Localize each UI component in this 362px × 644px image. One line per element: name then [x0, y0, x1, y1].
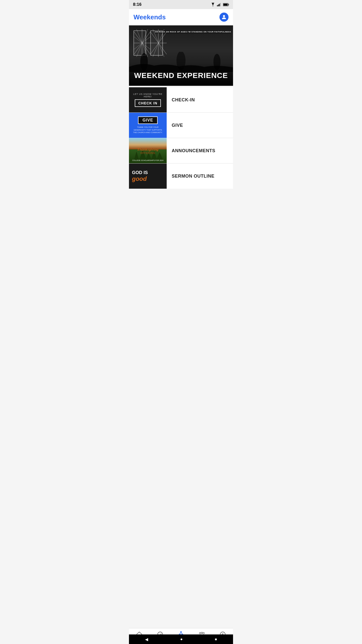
menu-list: LET US KNOW YOU'RE HERE! CHECK IN CHECK-…	[129, 87, 233, 189]
svg-rect-2	[218, 5, 219, 6]
give-thumbnail-main: GIVE	[138, 116, 158, 124]
svg-point-0	[213, 6, 213, 6]
svg-rect-6	[229, 4, 229, 5]
thanksgiving-subtitle: COLLEGE SCHOLARSHIPS FOR 2024	[129, 159, 167, 161]
hero-background: OH ROCK OH ROCK OF AGES I'M STANDING ON …	[129, 25, 233, 86]
status-icons	[210, 3, 229, 6]
hero-banner[interactable]: OH ROCK OH ROCK OF AGES I'M STANDING ON …	[129, 25, 233, 86]
status-time: 8:16	[133, 2, 142, 7]
give-thumbnail: GIVE THANK YOU FOR YOUR GENEROSITY THAT …	[129, 113, 167, 138]
give-thumbnail-subtitle: THANK YOU FOR YOUR GENEROSITY THAT SUPPO…	[129, 126, 167, 134]
thanksgiving-main: Thanksgiving	[137, 147, 158, 152]
sermon-line2: good	[132, 176, 148, 182]
hero-screen-text: OH ROCK OH ROCK OF AGES I'M STANDING ON …	[155, 30, 231, 33]
checkin-thumbnail-subtitle: LET US KNOW YOU'RE HERE!	[129, 93, 167, 98]
svg-rect-7	[223, 4, 228, 6]
checkin-thumbnail-main: CHECK IN	[135, 99, 161, 107]
thanksgiving-text-wrapper: Thanksgiving Offering	[137, 147, 158, 154]
checkin-thumbnail: LET US KNOW YOU'RE HERE! CHECK IN	[129, 87, 167, 112]
announcements-list-item[interactable]: Thanksgiving Offering COLLEGE SCHOLARSHI…	[129, 138, 233, 164]
checkin-list-item[interactable]: LET US KNOW YOU'RE HERE! CHECK IN CHECK-…	[129, 87, 233, 113]
sermon-line1: GOD IS	[132, 170, 148, 175]
svg-rect-1	[217, 5, 218, 6]
offering-label: Offering	[137, 152, 158, 154]
sermon-text-block: GOD IS good	[132, 170, 148, 182]
profile-button[interactable]	[219, 13, 229, 22]
content-list: LET US KNOW YOU'RE HERE! CHECK IN CHECK-…	[129, 87, 233, 219]
status-bar: 8:16	[129, 0, 233, 9]
wifi-icon	[210, 3, 215, 6]
announcements-label: ANNOUNCEMENTS	[167, 138, 233, 163]
announcements-thumbnail: Thanksgiving Offering COLLEGE SCHOLARSHI…	[129, 138, 167, 163]
profile-icon	[221, 14, 227, 20]
page-title: Weekends	[133, 13, 166, 21]
header: Weekends	[129, 9, 233, 25]
sermon-list-item[interactable]: GOD IS good SERMON OUTLINE	[129, 164, 233, 189]
svg-rect-4	[220, 3, 221, 6]
give-label: GIVE	[167, 113, 233, 138]
give-list-item[interactable]: GIVE THANK YOU FOR YOUR GENEROSITY THAT …	[129, 113, 233, 138]
hero-title: WEEKEND EXPERIENCE	[129, 71, 233, 80]
sermon-thumbnail: GOD IS good	[129, 164, 167, 189]
checkin-label: CHECK-IN	[167, 87, 233, 112]
signal-icon	[217, 3, 221, 6]
battery-icon	[223, 3, 229, 6]
sermon-label: SERMON OUTLINE	[167, 164, 233, 189]
svg-rect-3	[219, 4, 220, 6]
svg-point-8	[223, 15, 225, 17]
